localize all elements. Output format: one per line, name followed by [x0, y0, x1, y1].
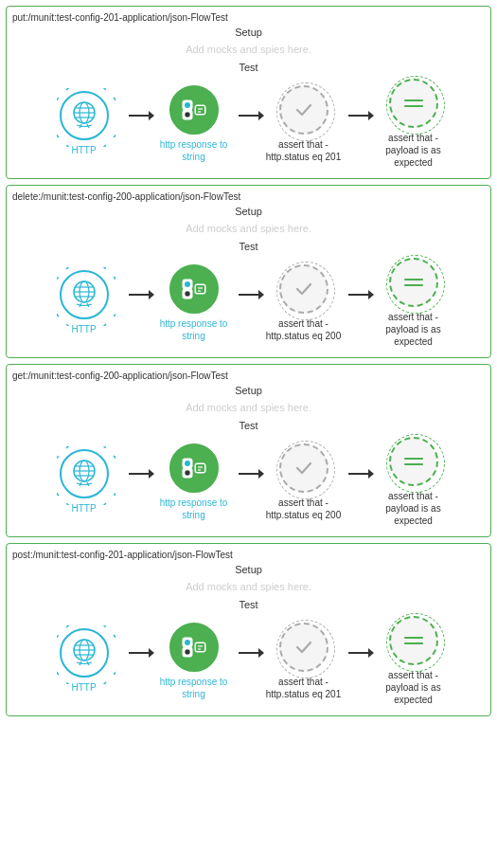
- panel-title: put:/munit:test-config-201-application/j…: [10, 12, 487, 23]
- flow-arrow: [129, 473, 150, 475]
- panel-title: delete:/munit:test-config-200-applicatio…: [10, 191, 487, 202]
- flow-arrow: [129, 652, 150, 654]
- panel-title: post:/munit:test-config-201-application/…: [10, 550, 487, 560]
- flow-node-http: HTTP: [42, 449, 127, 515]
- flow-row: HTTP http response tostring assert that …: [10, 75, 487, 171]
- flow-arrow: [239, 115, 259, 117]
- flow-arrow: [129, 115, 150, 117]
- flow-row: HTTP http response tostring assert that …: [10, 612, 487, 708]
- flow-node-assert-check: assert that -http.status eq 201: [261, 623, 346, 700]
- svg-rect-46: [196, 464, 204, 472]
- test-label: Test: [10, 599, 487, 610]
- setup-placeholder: Add mocks and spies here.: [10, 219, 487, 238]
- flow-arrow: [239, 294, 259, 296]
- flow-row: HTTP http response tostring assert that …: [10, 254, 487, 350]
- test-panel-1: put:/munit:test-config-201-application/j…: [6, 6, 491, 179]
- setup-placeholder: Add mocks and spies here.: [10, 577, 487, 596]
- test-label: Test: [10, 241, 487, 252]
- flow-node-transform: http response tostring: [151, 623, 237, 700]
- flow-node-assert-check: assert that -http.status eq 200: [261, 443, 346, 521]
- flow-node-http: HTTP: [42, 628, 127, 694]
- svg-point-10: [185, 112, 190, 118]
- setup-placeholder: Add mocks and spies here.: [10, 398, 487, 417]
- flow-node-assert-eq: assert that -payload is asexpected: [371, 616, 456, 706]
- svg-point-26: [185, 281, 190, 287]
- svg-point-27: [185, 291, 190, 297]
- svg-rect-29: [196, 285, 204, 293]
- flow-arrow: [239, 652, 259, 654]
- flow-node-transform: http response tostring: [151, 85, 237, 163]
- test-panel-3: get:/munit:test-config-200-application/j…: [6, 364, 491, 537]
- flow-arrow: [348, 652, 369, 654]
- svg-rect-63: [196, 643, 204, 651]
- flow-arrow: [348, 473, 369, 475]
- flow-arrow: [348, 115, 369, 117]
- flow-node-transform: http response tostring: [151, 443, 237, 521]
- setup-label: Setup: [10, 206, 487, 217]
- setup-label: Setup: [10, 564, 487, 575]
- panel-title: get:/munit:test-config-200-application/j…: [10, 371, 487, 381]
- svg-point-43: [185, 461, 190, 466]
- svg-rect-12: [196, 106, 204, 114]
- test-panel-4: post:/munit:test-config-201-application/…: [6, 543, 491, 716]
- test-label: Test: [10, 62, 487, 73]
- svg-point-60: [185, 640, 190, 645]
- flow-row: HTTP http response tostring assert that …: [10, 433, 487, 529]
- flow-node-transform: http response tostring: [151, 264, 237, 342]
- flow-node-http: HTTP: [42, 270, 127, 335]
- test-panel-2: delete:/munit:test-config-200-applicatio…: [6, 185, 491, 358]
- flow-node-assert-eq: assert that -payload is asexpected: [371, 258, 456, 348]
- flow-node-http: HTTP: [42, 91, 127, 156]
- setup-placeholder: Add mocks and spies here.: [10, 40, 487, 59]
- flow-node-assert-eq: assert that -payload is asexpected: [371, 437, 456, 527]
- setup-label: Setup: [10, 385, 487, 396]
- flow-node-assert-eq: assert that -payload is asexpected: [371, 79, 456, 169]
- setup-label: Setup: [10, 27, 487, 38]
- flow-node-assert-check: assert that -http.status eq 201: [261, 85, 346, 163]
- flow-arrow: [348, 294, 369, 296]
- svg-point-44: [185, 470, 190, 476]
- svg-point-61: [185, 649, 190, 655]
- flow-node-assert-check: assert that -http.status eq 200: [261, 264, 346, 342]
- flow-arrow: [239, 473, 259, 475]
- test-label: Test: [10, 420, 487, 431]
- svg-point-9: [185, 102, 190, 108]
- flow-arrow: [129, 294, 150, 296]
